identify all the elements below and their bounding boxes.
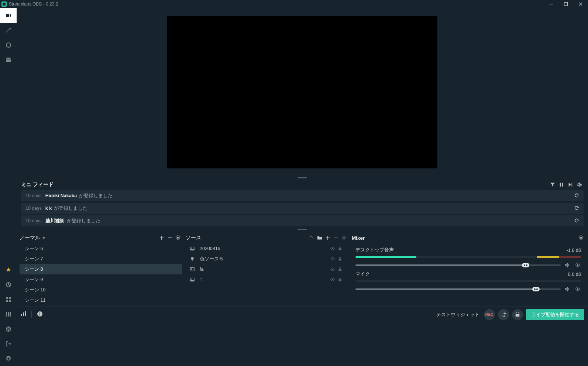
test-widget-link[interactable]: テストウィジェット [436,311,479,318]
maximize-button[interactable] [558,0,573,8]
svg-rect-32 [190,278,195,281]
filter-icon[interactable] [548,180,557,189]
svg-rect-8 [6,300,8,302]
scene-item[interactable]: シーン 11 [20,295,182,305]
minimize-button[interactable] [544,0,558,8]
mixer-title: Mixer [352,235,365,241]
svg-rect-9 [9,300,11,302]
nav-alerts[interactable] [0,263,17,277]
schedule-button[interactable] [512,309,523,320]
nav-editor[interactable] [0,8,17,23]
source-audio-button[interactable] [307,234,316,242]
feed-item: 10 days k k が登録しました [21,203,584,214]
scene-item[interactable]: シーン 8 [20,264,182,274]
visibility-icon[interactable] [329,277,336,282]
nav-layouts[interactable] [0,307,17,322]
drag-handle-2[interactable] [17,228,588,231]
svg-rect-48 [518,312,519,313]
scene-item[interactable]: シーン 6 [20,243,182,254]
volume-icon[interactable] [575,180,584,189]
mini-feed-title: ミニ フィード [21,181,54,188]
volume-slider[interactable] [355,288,561,290]
footer-bar: テストウィジェット REC ライブ配信を開始する [17,306,588,322]
svg-point-44 [39,312,40,313]
feed-user: Hideki Nakaba [45,193,77,198]
chevron-down-icon[interactable]: ▾ [42,235,45,241]
svg-rect-27 [338,259,341,260]
replay-buffer-button[interactable] [498,309,509,320]
feed-user: 藤川雅朗 [45,218,65,224]
svg-point-24 [332,248,333,249]
source-item[interactable]: fa [186,264,348,274]
svg-rect-20 [334,237,338,238]
channel-settings-icon[interactable] [574,261,581,269]
feed-message: が登録しました [79,193,113,199]
level-meter [355,280,581,282]
mute-icon[interactable] [564,261,571,269]
svg-point-30 [332,269,333,270]
channel-name: マイク [355,271,370,277]
close-button[interactable] [573,0,588,8]
svg-rect-22 [190,247,195,250]
lock-icon[interactable] [336,277,344,282]
remove-source-button[interactable] [332,234,340,242]
lock-icon[interactable] [336,267,344,271]
add-folder-button[interactable] [316,234,324,242]
redo-icon[interactable] [574,193,579,199]
preview-canvas[interactable] [167,16,437,168]
svg-point-18 [177,237,179,239]
go-live-button[interactable]: ライブ配信を開始する [526,309,584,320]
app-window: Streamlabs OBS - 0.23.2 [0,0,588,366]
source-item[interactable]: 1 [186,274,348,285]
nav-chat[interactable] [0,38,17,52]
visibility-icon[interactable] [329,246,336,251]
scene-item[interactable]: シーン 10 [20,285,182,295]
lock-icon[interactable] [336,257,344,261]
redo-icon[interactable] [574,218,579,224]
nav-help[interactable] [0,322,17,336]
svg-point-37 [577,264,578,266]
stats-icon[interactable] [20,311,26,318]
remove-scene-button[interactable] [166,234,174,242]
scenes-mode[interactable]: ノーマル [20,235,40,241]
redo-icon[interactable] [574,205,579,212]
mute-icon[interactable] [564,285,571,293]
drag-handle[interactable] [17,176,588,179]
record-button[interactable]: REC [484,309,495,320]
source-name: 色ソース 5 [200,256,223,262]
nav-store[interactable] [0,52,17,67]
visibility-icon[interactable] [329,267,336,271]
skip-icon[interactable] [566,180,575,189]
nav-settings[interactable] [0,351,17,366]
source-item[interactable]: 色ソース 5 [186,254,348,264]
sources-title: ソース [186,235,201,241]
svg-rect-28 [190,268,195,271]
source-item[interactable]: 20200816 [186,243,348,254]
channel-settings-icon[interactable] [574,285,581,293]
nav-history[interactable] [0,277,17,292]
svg-point-19 [310,236,311,237]
scene-item[interactable]: シーン 7 [20,254,182,264]
nav-logout[interactable] [0,336,17,351]
visibility-icon[interactable] [329,257,336,261]
scene-settings-button[interactable] [174,234,182,242]
add-scene-button[interactable] [158,234,166,242]
nav-themes[interactable] [0,23,17,38]
titlebar: Streamlabs OBS - 0.23.2 [0,0,588,8]
image-icon [190,267,197,271]
feed-user: k k [45,206,52,211]
lock-icon[interactable] [336,246,344,251]
scene-item[interactable]: シーン 9 [20,274,182,285]
svg-point-23 [191,247,192,248]
volume-slider[interactable] [355,264,561,266]
svg-rect-10 [6,312,7,317]
info-icon[interactable] [37,311,43,318]
svg-point-14 [8,331,8,331]
add-source-button[interactable] [324,234,332,242]
nav-apps[interactable] [0,292,17,307]
source-settings-button[interactable] [340,234,348,242]
mixer-settings-button[interactable] [577,234,585,242]
pause-icon[interactable] [557,180,566,189]
svg-point-21 [343,237,345,239]
channel-name: デスクトップ音声 [355,247,394,253]
